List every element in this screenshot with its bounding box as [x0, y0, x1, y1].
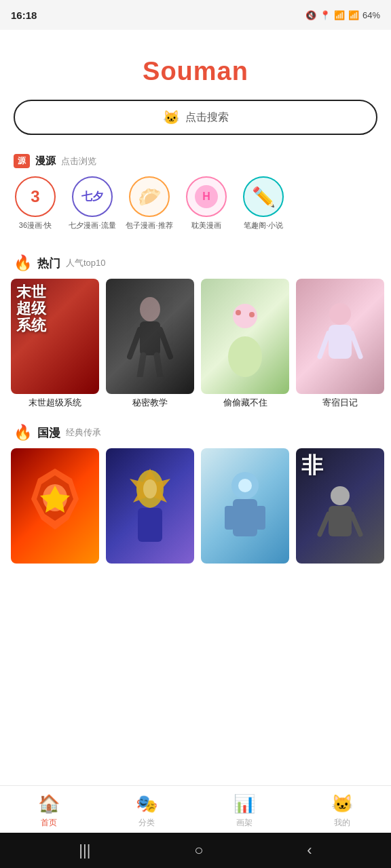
hot-subtitle: 人气top10 — [66, 257, 106, 269]
logo-area: Souman — [0, 30, 391, 100]
hot-manga-row: 末世超级系统 末世超级系统 秘密教学 — [0, 279, 391, 413]
manga-cover-guo2 — [106, 448, 194, 564]
svg-line-4 — [140, 355, 143, 377]
manga-card-guo1[interactable] — [11, 448, 99, 564]
android-recent-icon[interactable]: ‹ — [307, 842, 312, 859]
profile-icon: 🐱 — [331, 793, 353, 814]
wifi-icon: 📶 — [334, 10, 345, 20]
source-label-qixi: 七夕漫画·流量 — [69, 221, 115, 230]
profile-label: 我的 — [334, 817, 350, 829]
svg-rect-23 — [233, 499, 257, 536]
source-badge: 源 — [14, 154, 30, 168]
guo-title: 国漫 — [37, 425, 60, 441]
main-content: Souman 🐱 点击搜索 源 漫源 点击浏览 3 36漫画·快 七夕 七夕漫画… — [0, 30, 391, 785]
source-circle-36manga: 3 — [15, 176, 56, 217]
manga-card-guo2[interactable] — [106, 448, 194, 564]
svg-point-26 — [238, 479, 252, 492]
search-bar[interactable]: 🐱 点击搜索 — [14, 100, 377, 135]
manga-card-guo3[interactable] — [201, 448, 289, 564]
source-section-header: 源 漫源 点击浏览 — [0, 149, 391, 176]
source-item-biquge[interactable]: ✏️ 笔趣阁·小说 — [239, 176, 288, 230]
svg-point-10 — [329, 303, 351, 325]
guo4-overlay: 非 — [301, 454, 323, 477]
manga-cover-touto — [201, 279, 289, 394]
status-icons: 🔇 📍 📶 📶 64% — [305, 10, 380, 20]
source-icons-row: 3 36漫画·快 七夕 七夕漫画·流量 🥟 包子漫画·推荐 H 耽美漫画 ✏️ — [0, 176, 391, 243]
svg-line-12 — [320, 333, 329, 357]
hot-title: 热门 — [37, 256, 60, 271]
manga-card-touto[interactable]: 偷偷藏不住 — [201, 279, 289, 409]
nav-item-home[interactable]: 🏠 首页 — [29, 793, 69, 829]
mute-icon: 🔇 — [305, 10, 316, 20]
svg-rect-20 — [138, 508, 162, 542]
guo-section-header: 🔥 国漫 经典传承 — [0, 413, 391, 448]
svg-point-9 — [249, 312, 255, 317]
svg-point-7 — [228, 336, 262, 377]
nav-item-profile[interactable]: 🐱 我的 — [322, 793, 362, 829]
manga-card-guo4[interactable]: 非 — [296, 448, 384, 564]
manga-card-mimi[interactable]: 秘密教学 — [106, 279, 194, 409]
source-label-36manga: 36漫画·快 — [19, 221, 52, 230]
android-home-icon[interactable]: ○ — [194, 842, 203, 859]
guo-icon: 🔥 — [14, 424, 32, 441]
home-icon: 🏠 — [38, 793, 60, 814]
status-time: 16:18 — [11, 9, 37, 21]
svg-rect-1 — [140, 321, 160, 355]
manga-cover-guo1 — [11, 448, 99, 564]
category-icon: 🎭 — [136, 793, 157, 814]
svg-rect-25 — [256, 506, 265, 530]
svg-line-30 — [352, 514, 360, 534]
source-item-qixi[interactable]: 七夕 七夕漫画·流量 — [68, 176, 117, 230]
source-item-danmei[interactable]: H 耽美漫画 — [182, 176, 231, 230]
svg-line-29 — [320, 514, 329, 534]
source-circle-biquge: ✏️ — [243, 176, 284, 217]
shelf-label: 画架 — [236, 817, 253, 829]
source-circle-danmei: H — [186, 176, 227, 217]
source-label-biquge: 笔趣阁·小说 — [244, 221, 283, 230]
svg-point-21 — [143, 479, 157, 498]
guo-manga-row: 非 — [0, 448, 391, 568]
hot-section-header: 🔥 热门 人气top10 — [0, 243, 391, 279]
source-item-36manga[interactable]: 3 36漫画·快 — [11, 176, 60, 230]
svg-point-0 — [140, 297, 160, 321]
svg-rect-11 — [329, 325, 352, 359]
manga-title-mimi: 秘密教学 — [106, 397, 194, 409]
source-label-baozi: 包子漫画·推荐 — [126, 221, 172, 230]
hot-icon: 🔥 — [14, 254, 32, 272]
manga-card-moshi[interactable]: 末世超级系统 末世超级系统 — [11, 279, 99, 409]
svg-rect-28 — [329, 506, 352, 536]
manga-cover-moshi: 末世超级系统 — [11, 279, 99, 394]
source-circle-baozi: 🥟 — [129, 176, 170, 217]
manga-cover-mimi — [106, 279, 194, 394]
svg-line-13 — [352, 333, 360, 357]
search-placeholder-text: 点击搜索 — [185, 111, 229, 125]
home-label: 首页 — [41, 817, 57, 829]
source-title: 漫源 — [35, 155, 56, 167]
manga-overlay-moshi: 末世超级系统 — [16, 284, 46, 334]
source-label-danmei: 耽美漫画 — [191, 221, 221, 230]
location-icon: 📍 — [320, 10, 331, 20]
manga-card-jisu[interactable]: 寄宿日记 — [296, 279, 384, 409]
nav-item-shelf[interactable]: 📊 画架 — [224, 793, 265, 829]
status-bar: 16:18 🔇 📍 📶 📶 64% — [0, 0, 391, 30]
nav-item-category[interactable]: 🎭 分类 — [126, 793, 167, 829]
category-label: 分类 — [138, 817, 155, 829]
manga-title-moshi: 末世超级系统 — [11, 397, 99, 409]
signal-icon: 📶 — [348, 10, 359, 20]
manga-cover-jisu — [296, 279, 384, 394]
svg-rect-24 — [225, 506, 234, 530]
bottom-nav: 🏠 首页 🎭 分类 📊 画架 🐱 我的 — [0, 785, 391, 833]
android-nav-bar: ||| ○ ‹ — [0, 833, 391, 868]
manga-cover-guo4: 非 — [296, 448, 384, 564]
source-browse-link[interactable]: 点击浏览 — [61, 155, 96, 167]
source-item-baozi[interactable]: 🥟 包子漫画·推荐 — [125, 176, 174, 230]
battery-label: 64% — [362, 10, 380, 20]
manga-title-jisu: 寄宿日记 — [296, 397, 384, 409]
shelf-icon: 📊 — [234, 793, 255, 814]
android-back-icon[interactable]: ||| — [79, 842, 90, 859]
manga-cover-guo3 — [201, 448, 289, 564]
guo-subtitle: 经典传承 — [66, 427, 101, 439]
svg-line-2 — [130, 330, 140, 357]
svg-point-27 — [331, 486, 350, 505]
svg-point-8 — [236, 310, 241, 315]
